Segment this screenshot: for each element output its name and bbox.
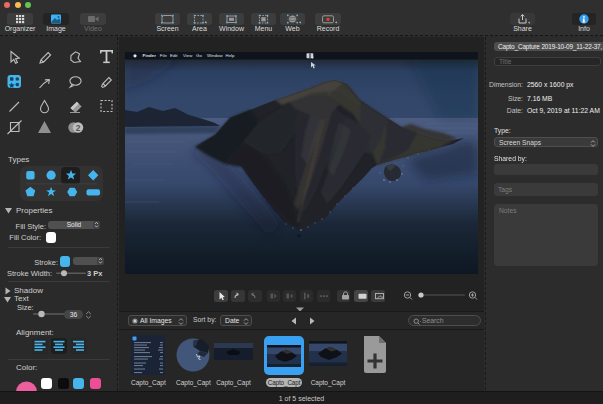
svg-text:2: 2 (76, 123, 81, 133)
svg-text:Finder: Finder (142, 53, 156, 58)
svg-text:Window: Window (207, 53, 223, 58)
svg-text:Edit: Edit (170, 53, 178, 58)
svg-text:Go: Go (196, 53, 202, 58)
svg-text:View: View (183, 53, 193, 58)
svg-text:Help: Help (225, 53, 235, 58)
svg-text:File: File (159, 53, 167, 58)
